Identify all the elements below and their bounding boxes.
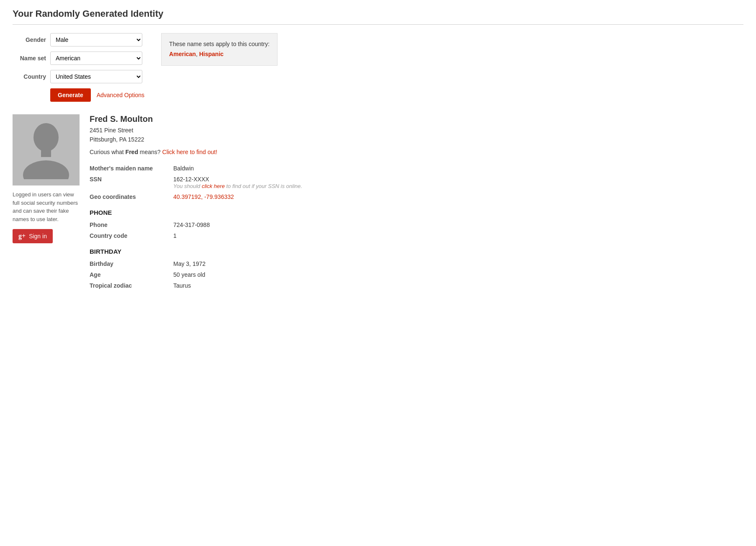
- phone-value: 724-317-0988: [173, 219, 743, 230]
- generate-button[interactable]: Generate: [50, 88, 91, 102]
- geo-coordinates-link[interactable]: 40.397192, -79.936332: [173, 193, 234, 200]
- form-section: Gender Male Female Name set American His…: [13, 33, 743, 102]
- avatar-silhouette-svg: [13, 114, 80, 185]
- table-row-age: Age 50 years old: [90, 269, 743, 280]
- birthday-section-heading: BIRTHDAY: [90, 248, 743, 255]
- svg-point-0: [33, 123, 59, 152]
- zodiac-value: Taurus: [173, 280, 743, 291]
- name-meaning-prefix: Curious what: [90, 149, 126, 155]
- age-value: 50 years old: [173, 269, 743, 280]
- title-divider: [13, 24, 743, 25]
- gender-label: Gender: [13, 36, 46, 43]
- table-row-ssn: SSN 162-12-XXXX You should click here to…: [90, 174, 743, 191]
- google-signin-button[interactable]: g+ Sign in: [13, 229, 53, 243]
- login-note: Logged in users can view full social sec…: [13, 191, 80, 223]
- zodiac-label: Tropical zodiac: [90, 280, 173, 291]
- form-fields: Gender Male Female Name set American His…: [13, 33, 144, 102]
- ssn-label: SSN: [90, 174, 173, 191]
- gender-row: Gender Male Female: [13, 33, 144, 46]
- advanced-options-link[interactable]: Advanced Options: [97, 92, 144, 98]
- table-row-maiden: Mother's maiden name Baldwin: [90, 163, 743, 174]
- name-meaning-suffix: means?: [138, 149, 161, 155]
- identity-full-name: Fred S. Moulton: [90, 114, 743, 124]
- namesets-box: These name sets apply to this country: A…: [161, 33, 278, 66]
- phone-label: Phone: [90, 219, 173, 230]
- ssn-note-suffix: to find out if your SSN is online.: [225, 183, 302, 189]
- birthday-label: Birthday: [90, 258, 173, 269]
- left-panel: Logged in users can view full social sec…: [13, 114, 80, 243]
- address-line2: Pittsburgh, PA 15222: [90, 136, 144, 143]
- geo-label: Geo coordinates: [90, 191, 173, 202]
- signin-label: Sign in: [29, 233, 47, 240]
- gender-select[interactable]: Male Female: [50, 33, 142, 46]
- country-select[interactable]: United States Canada United Kingdom: [50, 70, 142, 83]
- table-row-birthday: Birthday May 3, 1972: [90, 258, 743, 269]
- table-row-country-code: Country code 1: [90, 230, 743, 241]
- country-label: Country: [13, 73, 46, 80]
- birthday-table: Birthday May 3, 1972 Age 50 years old Tr…: [90, 258, 743, 291]
- nameset-hispanic-link[interactable]: Hispanic: [199, 51, 224, 57]
- page-title: Your Randomly Generated Identity: [13, 8, 743, 19]
- ssn-check-link[interactable]: click here: [202, 183, 225, 189]
- identity-section: Logged in users can view full social sec…: [13, 114, 743, 295]
- name-meaning-link[interactable]: Click here to find out!: [162, 149, 218, 155]
- table-row-phone: Phone 724-317-0988: [90, 219, 743, 230]
- table-row-geo: Geo coordinates 40.397192, -79.936332: [90, 191, 743, 202]
- birthday-value: May 3, 1972: [173, 258, 743, 269]
- phone-section-heading: PHONE: [90, 209, 743, 216]
- nameset-row: Name set American Hispanic Other: [13, 52, 144, 65]
- action-row: Generate Advanced Options: [50, 88, 144, 102]
- maiden-label: Mother's maiden name: [90, 163, 173, 174]
- name-meaning-row: Curious what Fred means? Click here to f…: [90, 149, 743, 155]
- nameset-select[interactable]: American Hispanic Other: [50, 52, 142, 65]
- ssn-note-prefix: You should: [173, 183, 202, 189]
- ssn-number: 162-12-XXXX: [173, 176, 209, 183]
- name-meaning-name: Fred: [126, 149, 138, 155]
- age-label: Age: [90, 269, 173, 280]
- ssn-note: You should click here to find out if you…: [173, 183, 302, 189]
- identity-address: 2451 Pine Street Pittsburgh, PA 15222: [90, 126, 743, 144]
- svg-rect-3: [13, 179, 80, 185]
- country-row: Country United States Canada United King…: [13, 70, 144, 83]
- phone-table: Phone 724-317-0988 Country code 1: [90, 219, 743, 241]
- avatar: [13, 114, 80, 185]
- identity-table: Mother's maiden name Baldwin SSN 162-12-…: [90, 163, 743, 202]
- nameset-label: Name set: [13, 55, 46, 62]
- country-code-value: 1: [173, 230, 743, 241]
- maiden-value: Baldwin: [173, 163, 743, 174]
- ssn-value: 162-12-XXXX You should click here to fin…: [173, 174, 743, 191]
- country-code-label: Country code: [90, 230, 173, 241]
- svg-rect-1: [41, 149, 51, 157]
- geo-value: 40.397192, -79.936332: [173, 191, 743, 202]
- nameset-american-link[interactable]: American: [169, 51, 196, 57]
- google-icon: g+: [18, 232, 26, 240]
- namesets-prefix: These name sets apply to this country:: [169, 41, 270, 47]
- right-panel: Fred S. Moulton 2451 Pine Street Pittsbu…: [90, 114, 743, 295]
- address-line1: 2451 Pine Street: [90, 127, 133, 134]
- table-row-zodiac: Tropical zodiac Taurus: [90, 280, 743, 291]
